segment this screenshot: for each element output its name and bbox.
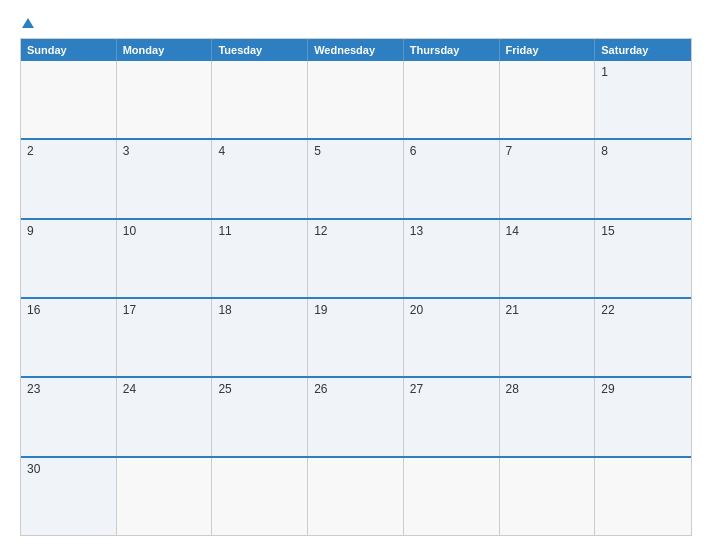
calendar-cell (595, 458, 691, 535)
calendar-week: 1 (21, 61, 691, 138)
weekday-header: Friday (500, 39, 596, 61)
calendar-cell: 22 (595, 299, 691, 376)
calendar-cell (500, 61, 596, 138)
day-number: 18 (218, 303, 301, 317)
weekday-header: Sunday (21, 39, 117, 61)
calendar-cell (308, 61, 404, 138)
calendar-cell: 8 (595, 140, 691, 217)
day-number: 24 (123, 382, 206, 396)
day-number: 17 (123, 303, 206, 317)
logo-triangle-icon (22, 18, 34, 28)
calendar-cell: 25 (212, 378, 308, 455)
calendar-cell: 3 (117, 140, 213, 217)
calendar-cell: 11 (212, 220, 308, 297)
calendar-body: 1234567891011121314151617181920212223242… (21, 61, 691, 535)
calendar-cell: 13 (404, 220, 500, 297)
day-number: 5 (314, 144, 397, 158)
calendar-cell (212, 458, 308, 535)
calendar-cell: 16 (21, 299, 117, 376)
calendar-cell: 20 (404, 299, 500, 376)
calendar-header: SundayMondayTuesdayWednesdayThursdayFrid… (21, 39, 691, 61)
calendar-cell: 24 (117, 378, 213, 455)
page: SundayMondayTuesdayWednesdayThursdayFrid… (0, 0, 712, 550)
calendar-week: 9101112131415 (21, 218, 691, 297)
calendar-week: 30 (21, 456, 691, 535)
calendar-cell (404, 61, 500, 138)
day-number: 11 (218, 224, 301, 238)
day-number: 23 (27, 382, 110, 396)
calendar-cell: 18 (212, 299, 308, 376)
day-number: 29 (601, 382, 685, 396)
weekday-header: Saturday (595, 39, 691, 61)
calendar-week: 16171819202122 (21, 297, 691, 376)
calendar-week: 23242526272829 (21, 376, 691, 455)
calendar: SundayMondayTuesdayWednesdayThursdayFrid… (20, 38, 692, 536)
calendar-cell: 5 (308, 140, 404, 217)
day-number: 1 (601, 65, 685, 79)
day-number: 15 (601, 224, 685, 238)
day-number: 9 (27, 224, 110, 238)
calendar-cell: 9 (21, 220, 117, 297)
calendar-cell: 19 (308, 299, 404, 376)
day-number: 8 (601, 144, 685, 158)
day-number: 28 (506, 382, 589, 396)
weekday-header: Monday (117, 39, 213, 61)
calendar-cell: 2 (21, 140, 117, 217)
calendar-cell (212, 61, 308, 138)
day-number: 10 (123, 224, 206, 238)
day-number: 13 (410, 224, 493, 238)
calendar-cell: 14 (500, 220, 596, 297)
day-number: 26 (314, 382, 397, 396)
calendar-cell (117, 458, 213, 535)
header (20, 18, 692, 28)
day-number: 27 (410, 382, 493, 396)
calendar-cell: 21 (500, 299, 596, 376)
day-number: 4 (218, 144, 301, 158)
day-number: 22 (601, 303, 685, 317)
calendar-cell: 30 (21, 458, 117, 535)
calendar-cell: 7 (500, 140, 596, 217)
calendar-cell (308, 458, 404, 535)
calendar-cell: 6 (404, 140, 500, 217)
calendar-cell: 17 (117, 299, 213, 376)
logo (20, 18, 34, 28)
day-number: 2 (27, 144, 110, 158)
calendar-cell: 28 (500, 378, 596, 455)
calendar-cell: 29 (595, 378, 691, 455)
calendar-cell: 12 (308, 220, 404, 297)
day-number: 14 (506, 224, 589, 238)
calendar-cell: 15 (595, 220, 691, 297)
calendar-cell: 27 (404, 378, 500, 455)
day-number: 6 (410, 144, 493, 158)
calendar-cell: 10 (117, 220, 213, 297)
calendar-cell (117, 61, 213, 138)
day-number: 16 (27, 303, 110, 317)
calendar-cell (21, 61, 117, 138)
day-number: 7 (506, 144, 589, 158)
day-number: 25 (218, 382, 301, 396)
weekday-header: Wednesday (308, 39, 404, 61)
calendar-cell: 26 (308, 378, 404, 455)
calendar-cell: 1 (595, 61, 691, 138)
day-number: 12 (314, 224, 397, 238)
day-number: 30 (27, 462, 110, 476)
calendar-cell (404, 458, 500, 535)
day-number: 21 (506, 303, 589, 317)
calendar-cell: 23 (21, 378, 117, 455)
calendar-week: 2345678 (21, 138, 691, 217)
day-number: 20 (410, 303, 493, 317)
day-number: 3 (123, 144, 206, 158)
calendar-cell: 4 (212, 140, 308, 217)
weekday-header: Tuesday (212, 39, 308, 61)
weekday-header: Thursday (404, 39, 500, 61)
calendar-cell (500, 458, 596, 535)
day-number: 19 (314, 303, 397, 317)
